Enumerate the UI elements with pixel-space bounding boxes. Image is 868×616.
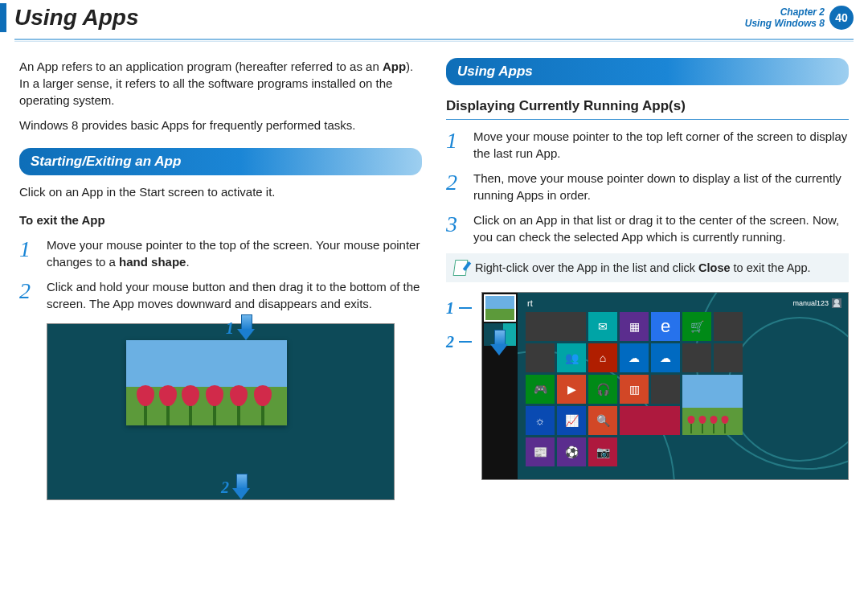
- username-text: manual123: [792, 298, 829, 309]
- step-number: 1: [446, 128, 465, 162]
- drag-app-illustration: 1 2: [47, 323, 395, 500]
- intro-paragraph-2: Windows 8 provides basic Apps for freque…: [19, 117, 422, 133]
- tile-icon: 🎧: [596, 384, 610, 395]
- step-number: 3: [446, 211, 465, 245]
- tile-icon: ▦: [629, 321, 640, 332]
- start-tile: [526, 312, 586, 341]
- page-number-badge: 40: [829, 6, 854, 30]
- header-right: Chapter 2 Using Windows 8 40: [745, 6, 854, 30]
- text: .: [186, 255, 189, 269]
- start-screen-illustration-wrap: 1 2 rt manual123: [446, 292, 849, 480]
- header-accent-bar: [0, 3, 6, 32]
- step-number: 1: [19, 236, 39, 270]
- tile-icon: ☼: [535, 415, 546, 426]
- running-step-3: 3 Click on an App in that list or drag i…: [446, 211, 849, 245]
- illustration-callout-2: 2: [446, 331, 472, 353]
- callout-number: 2: [446, 331, 454, 353]
- start-tile: [714, 312, 743, 341]
- text: Move your mouse pointer to the top of th…: [47, 238, 420, 269]
- callout-number: 1: [446, 297, 454, 319]
- start-tile: 🎮: [526, 375, 555, 404]
- text: Right-click over the App in the list and…: [475, 261, 698, 274]
- sub-heading-running-apps: Displaying Currently Running App(s): [446, 97, 849, 120]
- start-tile: ☁: [651, 343, 680, 372]
- app-switcher-sidebar: [482, 293, 518, 479]
- arrow-down-icon: [232, 474, 250, 501]
- start-tile: 📰: [526, 437, 555, 466]
- exit-step-2: 2 Click and hold your mouse button and t…: [19, 278, 422, 312]
- bold-text: Close: [698, 261, 731, 274]
- step-text: Move your mouse pointer to the top left …: [473, 128, 849, 162]
- callout-number: 2: [221, 476, 229, 499]
- tile-icon: 🛒: [690, 321, 704, 332]
- section-body: Click on an App in the Start screen to a…: [19, 183, 422, 200]
- callout-number: 1: [226, 317, 234, 339]
- start-tile: [651, 375, 680, 404]
- step-text: Move your mouse pointer to the top of th…: [47, 236, 422, 270]
- header-left: Using Apps: [0, 3, 139, 32]
- step-text: Then, move your mouse pointer down to di…: [473, 170, 849, 203]
- bold-text: hand shape: [119, 255, 186, 269]
- header-divider: [14, 39, 854, 43]
- text: to exit the App.: [731, 261, 811, 274]
- text: An App refers to an application program …: [19, 60, 383, 73]
- two-column-layout: An App refers to an application program …: [0, 43, 868, 500]
- app-window-thumbnail: [126, 340, 287, 425]
- tile-icon: ⚽: [565, 446, 579, 458]
- start-tile: 📈: [557, 406, 586, 435]
- chapter-line-1: Chapter 2: [745, 6, 825, 18]
- start-tile: 👥: [557, 343, 586, 372]
- intro-paragraph-1: An App refers to an application program …: [19, 58, 422, 109]
- to-exit-heading: To exit the App: [19, 211, 422, 228]
- photos-tile: [682, 375, 743, 435]
- illustration-callouts: 1 2: [446, 292, 475, 480]
- tip-text: Right-click over the App in the list and…: [475, 260, 811, 276]
- start-tile: [714, 343, 743, 372]
- leader-line: [459, 341, 472, 343]
- section-header-using-apps: Using Apps: [446, 58, 849, 85]
- start-tile: [620, 406, 680, 435]
- step-text: Click on an App in that list or drag it …: [473, 211, 849, 245]
- step-number: 2: [19, 278, 39, 312]
- exit-step-1: 1 Move your mouse pointer to the top of …: [19, 236, 422, 270]
- recent-app-thumbnail: [484, 294, 516, 322]
- start-tile: 📷: [588, 437, 617, 466]
- tile-icon: ⌂: [600, 352, 606, 363]
- start-screen-illustration: rt manual123 ✉▦e🛒👥⌂☁☁🎮▶🎧▥☼📈🔍📰⚽📷: [481, 292, 849, 480]
- tile-icon: 👥: [565, 352, 579, 363]
- tile-icon: ▥: [629, 384, 640, 395]
- section-header-starting-exiting: Starting/Exiting an App: [19, 148, 422, 175]
- chapter-label: Chapter 2 Using Windows 8: [745, 6, 825, 30]
- start-tile: 🎧: [588, 375, 617, 404]
- user-account-label: manual123: [792, 298, 841, 309]
- leader-line: [459, 307, 472, 309]
- start-tile: [526, 343, 555, 372]
- start-tile: ⌂: [588, 343, 617, 372]
- step-number: 2: [446, 170, 465, 203]
- tip-box: Right-click over the App in the list and…: [446, 253, 849, 282]
- tile-icon: ☁: [628, 352, 640, 363]
- bold-text: App: [383, 60, 406, 73]
- start-tile: [682, 343, 711, 372]
- start-tile: 🛒: [682, 312, 711, 341]
- tile-icon: e: [661, 318, 670, 335]
- illustration-callout-1: 1: [226, 314, 255, 342]
- start-tile: ☼: [526, 406, 555, 435]
- tile-icon: ▶: [567, 384, 576, 395]
- step-text: Click and hold your mouse button and the…: [47, 278, 422, 312]
- tile-icon: 📈: [565, 415, 579, 426]
- start-tile: ⚽: [557, 437, 586, 466]
- chapter-line-2: Using Windows 8: [745, 18, 825, 29]
- arrow-down-icon: [490, 330, 508, 357]
- start-tile-grid: ✉▦e🛒👥⌂☁☁🎮▶🎧▥☼📈🔍📰⚽📷: [526, 312, 743, 466]
- left-column: An App refers to an application program …: [19, 58, 422, 500]
- page-title: Using Apps: [14, 5, 139, 31]
- tile-icon: ✉: [598, 321, 608, 332]
- running-step-2: 2 Then, move your mouse pointer down to …: [446, 170, 849, 203]
- right-column: Using Apps Displaying Currently Running …: [446, 58, 849, 500]
- illustration-callout-2: 2: [221, 474, 250, 501]
- tile-icon: 🔍: [596, 415, 610, 426]
- tile-icon: ☁: [660, 352, 671, 363]
- running-step-1: 1 Move your mouse pointer to the top lef…: [446, 128, 849, 162]
- start-tile: ▶: [557, 375, 586, 404]
